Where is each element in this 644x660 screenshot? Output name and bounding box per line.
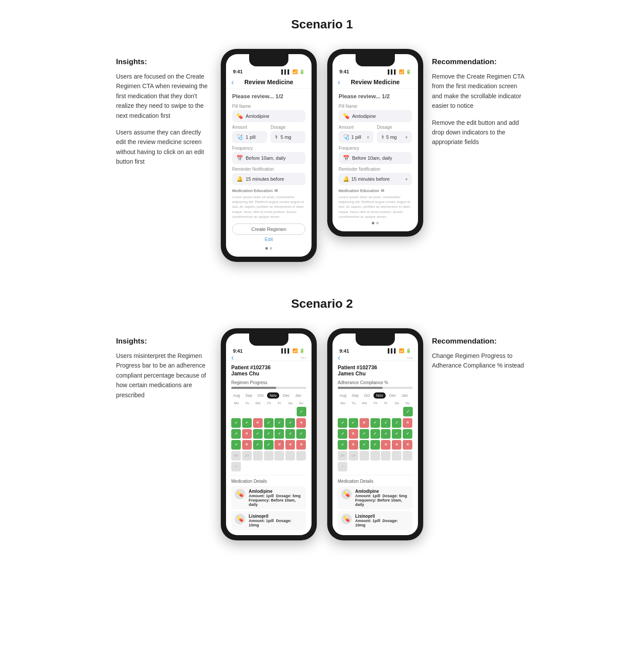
scenario1-insights-heading: Insights: <box>116 58 212 66</box>
phone-content-3: Patient #102736 James Chu Regimen Progre… <box>226 361 312 535</box>
wh-th-3: Th <box>264 401 274 405</box>
wh-we-3: We <box>253 401 263 405</box>
week-header-3: Mo Tu We Th Fr Sa Su <box>231 401 306 405</box>
scenario1-recommendation-panel: Recommendation: Remove the Create Regime… <box>423 49 537 163</box>
cal-cell <box>242 418 252 428</box>
phone-notch-3 <box>249 333 288 346</box>
amount-field-2[interactable]: 🩺 1 pill ▾ <box>339 131 373 143</box>
month-dec-3: Dec <box>281 392 291 399</box>
cal-cell: 1/4 <box>242 451 252 461</box>
status-icons-4: ▌▌▌ 📶 🔋 <box>388 348 411 353</box>
page-container: Scenario 1 Insights: Users are focused o… <box>0 0 644 593</box>
amount-icon-1: 🩺 <box>236 134 243 140</box>
reminder-value-2: 15 minutes before <box>351 176 390 182</box>
patient-name-3: James Chu <box>231 371 306 377</box>
cal-row-5-3: + <box>231 462 306 471</box>
scenario2-phones: 9:41 ▌▌▌ 📶 🔋 ‹ ··· Patient #102736 <box>221 328 423 540</box>
dot-active-2 <box>372 222 374 224</box>
phone-content-1: Please review... 1/2 Pill Name 💊 Amlodip… <box>226 89 312 257</box>
dosage-field-2[interactable]: ⚕ 5 mg ▾ <box>377 131 412 143</box>
pill-icon-2: 💊 <box>343 113 349 119</box>
cal-cell <box>285 429 295 439</box>
med-name-2-4: Lisinopril <box>355 514 409 519</box>
cal-cell <box>296 429 306 439</box>
cal-cell <box>403 451 412 461</box>
frequency-value-2: Before 10am, daily <box>352 155 392 161</box>
med-item-2-4: 💊 Lisinopril Amount: 1pill Dosage: 10mg <box>338 511 413 530</box>
reminder-chevron-icon: ▾ <box>405 177 408 182</box>
frequency-field-1: 📅 Before 10am, daily <box>232 152 305 164</box>
month-aug-3: Aug <box>231 392 242 399</box>
pill-name-field-2: 💊 Amlodipine <box>339 110 412 122</box>
dot-2-1 <box>270 247 272 250</box>
cal-cell <box>381 429 391 439</box>
cal-cell <box>370 451 380 461</box>
edit-link-1[interactable]: Edit <box>232 237 305 242</box>
scenario2-phone-before: 9:41 ▌▌▌ 📶 🔋 ‹ ··· Patient #102736 <box>221 328 317 540</box>
cal-cell: + <box>338 462 347 471</box>
signal-icon-3: ▌▌▌ <box>281 348 291 353</box>
wh-tu-4: Tu <box>349 401 359 405</box>
month-feb-4: Feb <box>411 392 413 399</box>
cal-cell <box>403 440 412 450</box>
cal-cell <box>231 418 241 428</box>
cal-cell <box>381 451 391 461</box>
more-button-3[interactable]: ··· <box>301 354 306 362</box>
phone-notch-2 <box>356 54 395 66</box>
pill-name-value-1: Amlodipine <box>246 113 269 119</box>
med-name-1-3: Amlodipine <box>249 489 303 494</box>
month-nov-3[interactable]: Nov <box>267 392 279 399</box>
cal-cell <box>264 462 274 471</box>
calendar-grid-3: 3/4 1/4 + <box>231 418 306 471</box>
med-icon-2-4: 💊 <box>341 514 352 524</box>
status-time-2: 9:41 <box>339 69 349 74</box>
med-icon-1-3: 💊 <box>235 489 245 499</box>
cal-cell <box>285 451 295 461</box>
cal-cell <box>253 418 263 428</box>
nav-bar-4: ‹ ··· <box>332 355 418 361</box>
scenario1-insight-text1: Users are focused on the Create Regimen … <box>116 72 212 120</box>
cal-cell <box>242 440 252 450</box>
big-check-3: ✓ <box>297 407 306 416</box>
cal-cell <box>370 418 380 428</box>
status-time-1: 9:41 <box>233 69 243 74</box>
amount-dosage-row-1: Amount 🩺 1 pill Dosage ⚕ 5 mg <box>232 122 305 143</box>
cal-cell <box>381 440 391 450</box>
cal-cell <box>392 462 401 471</box>
reminder-field-2[interactable]: 🔔 15 minutes before ▾ <box>339 173 412 185</box>
back-button-1[interactable]: ‹ <box>231 78 234 87</box>
month-nov-4[interactable]: Nov <box>373 392 386 399</box>
cal-row-4-3: 3/4 1/4 <box>231 451 306 461</box>
scenario2-rec-text: Change Regimen Progress to Adherance Com… <box>432 351 528 371</box>
back-button-2[interactable]: ‹ <box>338 78 340 87</box>
nav-bar-2: ‹ Review Medicine <box>332 76 418 89</box>
create-regimen-btn-1[interactable]: Create Regimen <box>232 223 305 235</box>
phone-notch-4 <box>356 333 395 346</box>
med-education-row-1: Medication Education ✉ <box>232 189 305 193</box>
scenario2-insights-panel: Insights: Users misinterpret the Regimen… <box>107 328 221 416</box>
lorem-text-1: Lorem ipsum dolor sit amet, consectetur … <box>232 195 305 219</box>
status-bar-1: 9:41 ▌▌▌ 📶 🔋 <box>226 66 312 76</box>
back-button-4[interactable]: ‹ <box>338 353 340 362</box>
amount-col-2: Amount 🩺 1 pill ▾ <box>339 122 373 143</box>
signal-icon-4: ▌▌▌ <box>388 348 397 353</box>
more-button-4[interactable]: ··· <box>407 354 413 362</box>
med-icon-2-3: 💊 <box>235 514 245 524</box>
status-icons-3: ▌▌▌ 📶 🔋 <box>281 348 305 353</box>
scenario1-insight-text2: Users assume they can directly edit the … <box>116 127 212 167</box>
patient-name-4: James Chu <box>338 371 413 377</box>
wh-tu-3: Tu <box>242 401 253 405</box>
dosage-label-2: Dosage <box>377 125 412 130</box>
med1-dosage: 5mg <box>293 494 301 498</box>
dot-indicators-2 <box>339 219 412 227</box>
lorem-text-2: Lorem ipsum dolor sit amet, consectetur … <box>339 195 412 219</box>
med-info-2-3: Lisinopril Amount: 1pill Dosage: 10mg <box>249 514 303 527</box>
cal-cell <box>242 462 252 471</box>
cal-cell <box>274 418 284 428</box>
cal-cell <box>296 440 306 450</box>
month-nav-3: Aug Sep Oct Nov Dec Jan Feb <box>231 392 306 399</box>
cal-cell <box>253 440 263 450</box>
wh-mo-3: Mo <box>231 401 242 405</box>
back-button-3[interactable]: ‹ <box>231 353 234 362</box>
nav-bar-3: ‹ ··· <box>226 355 312 361</box>
